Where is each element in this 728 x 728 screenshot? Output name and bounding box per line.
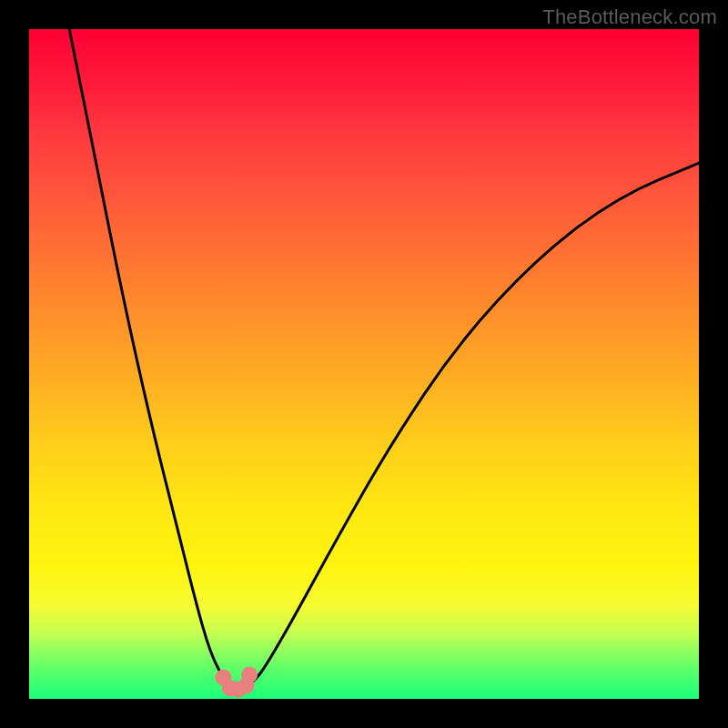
watermark-text: TheBottleneck.com [542,5,717,29]
plot-area [29,29,699,699]
bottleneck-curve [69,29,699,689]
curve-svg [29,29,699,699]
chart-frame: TheBottleneck.com [0,0,728,728]
valley-marker-group [215,667,258,698]
valley-marker [241,667,258,683]
